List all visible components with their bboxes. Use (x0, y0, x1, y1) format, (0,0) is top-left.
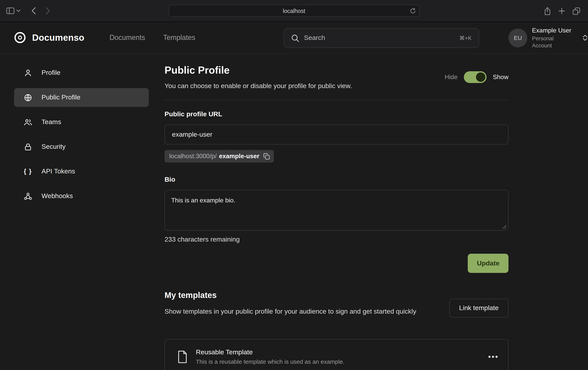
browser-chrome: localhost (0, 0, 588, 22)
back-button-icon[interactable] (31, 7, 36, 14)
forward-button-icon[interactable] (45, 7, 50, 14)
characters-remaining: 233 characters remaining (165, 236, 240, 244)
user-menu[interactable]: EU Example User Personal Account (508, 22, 588, 54)
tab-overview-icon[interactable] (573, 7, 580, 15)
section-divider (165, 100, 508, 100)
avatar: EU (508, 28, 527, 47)
user-icon (23, 68, 32, 77)
my-templates-description: Show templates in your public profile fo… (165, 307, 439, 317)
sidebar-item-security[interactable]: Security (14, 137, 149, 156)
public-profile-url-input[interactable] (165, 124, 508, 144)
template-name: Reusable Template (196, 348, 480, 358)
page-title: Public Profile (165, 64, 230, 76)
documenso-app: Documenso Documents Templates Search ⌘+K… (0, 22, 588, 370)
sidebar-item-label: API Tokens (42, 168, 75, 175)
public-profile-url-label: Public profile URL (165, 110, 222, 118)
page-description: You can choose to enable or disable your… (165, 82, 352, 90)
documenso-logo-icon (13, 31, 27, 44)
bio-textarea[interactable]: This is an example bio. (165, 190, 508, 231)
file-icon (177, 350, 188, 363)
sidebar-item-label: Webhooks (42, 192, 73, 200)
sidebar-item-profile[interactable]: Profile (14, 63, 149, 82)
url-slug: example-user (219, 153, 259, 160)
url-prefix: localhost:3000/p/ (169, 153, 217, 160)
user-name: Example User (532, 27, 572, 35)
chevrons-up-down-icon (582, 34, 588, 41)
brand[interactable]: Documenso (13, 31, 84, 44)
my-templates-title: My templates (165, 290, 217, 300)
hide-label: Hide (445, 74, 458, 81)
profile-visibility-toggle[interactable] (464, 71, 486, 83)
template-list-item[interactable]: Reusable Template This is a reusable tem… (165, 339, 508, 370)
users-icon (23, 118, 32, 127)
sidebar-item-api-tokens[interactable]: { } API Tokens (14, 162, 149, 181)
copy-icon[interactable] (263, 153, 270, 160)
ellipsis-menu-icon[interactable]: ••• (488, 352, 499, 361)
sidebar-item-webhooks[interactable]: Webhooks (14, 187, 149, 206)
sidebar-item-label: Profile (42, 69, 60, 77)
update-button[interactable]: Update (468, 254, 508, 273)
share-icon[interactable] (544, 7, 551, 15)
sidebar-item-teams[interactable]: Teams (14, 113, 149, 132)
toggle-knob (476, 72, 485, 82)
brand-name: Documenso (32, 32, 84, 43)
url-text: localhost (283, 8, 305, 14)
globe-icon (23, 93, 32, 102)
braces-icon: { } (23, 168, 32, 175)
visibility-toggle-row: Hide Show (445, 71, 508, 83)
chevron-down-icon[interactable] (16, 10, 20, 12)
webhook-icon (23, 192, 32, 201)
lock-icon (23, 142, 32, 151)
sidebar-item-label: Public Profile (42, 93, 80, 101)
bio-label: Bio (165, 176, 175, 184)
show-label: Show (493, 74, 508, 81)
sidebar-item-label: Security (42, 143, 66, 151)
public-profile-page: Public Profile You can choose to enable … (165, 22, 508, 370)
template-description: This is a reusable template which is use… (196, 358, 480, 366)
sidebar-item-label: Teams (42, 118, 61, 126)
url-bar[interactable]: localhost (169, 5, 419, 17)
sidebar-item-public-profile[interactable]: Public Profile (14, 88, 149, 107)
settings-sidebar: Profile Public Profile T (14, 63, 149, 211)
nav-documents[interactable]: Documents (109, 33, 145, 42)
link-template-button[interactable]: Link template (449, 299, 508, 318)
screen: localhost (0, 0, 588, 370)
profile-url-preview[interactable]: localhost:3000/p/ example-user (165, 150, 274, 163)
new-tab-icon[interactable] (559, 8, 565, 14)
sidebar-toggle-icon[interactable] (6, 7, 14, 14)
reload-icon[interactable] (410, 8, 415, 14)
account-type: Personal Account (532, 35, 572, 49)
